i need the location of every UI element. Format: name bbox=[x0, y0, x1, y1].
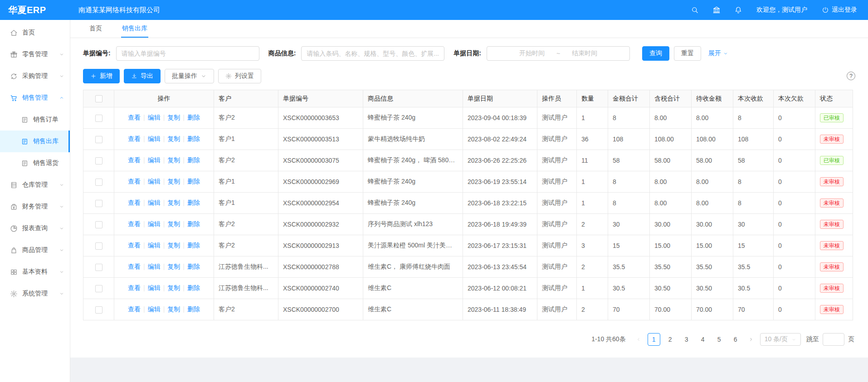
sidebar-item-system[interactable]: 系统管理 bbox=[0, 283, 70, 305]
op-delete-link[interactable]: 删除 bbox=[187, 156, 200, 164]
op-view-link[interactable]: 查看 bbox=[128, 305, 141, 313]
next-page-button[interactable] bbox=[746, 333, 756, 346]
sidebar-item-sales-return[interactable]: 销售退货 bbox=[0, 152, 70, 174]
export-button[interactable]: 导出 bbox=[124, 69, 161, 83]
op-copy-link[interactable]: 复制 bbox=[167, 114, 180, 121]
table-row: 查看|编辑|复制|删除客户2XSCK00000002932序列号商品测试 xlh… bbox=[83, 214, 853, 235]
op-view-link[interactable]: 查看 bbox=[128, 199, 141, 206]
row-checkbox[interactable] bbox=[95, 115, 102, 122]
logout-button[interactable]: 退出登录 bbox=[822, 6, 857, 14]
batch-actions-button[interactable]: 批量操作 bbox=[165, 69, 214, 83]
sidebar-item-warehouse[interactable]: 仓库管理 bbox=[0, 174, 70, 196]
op-copy-link[interactable]: 复制 bbox=[167, 220, 180, 227]
op-view-link[interactable]: 查看 bbox=[128, 220, 141, 227]
row-checkbox[interactable] bbox=[95, 136, 102, 143]
op-delete-link[interactable]: 删除 bbox=[187, 305, 200, 313]
page-button-5[interactable]: 5 bbox=[713, 333, 726, 346]
op-view-link[interactable]: 查看 bbox=[128, 242, 141, 249]
sidebar-item-purchase[interactable]: 采购管理 bbox=[0, 65, 70, 87]
op-delete-link[interactable]: 删除 bbox=[187, 114, 200, 121]
row-checkbox[interactable] bbox=[95, 285, 102, 292]
op-edit-link[interactable]: 编辑 bbox=[148, 263, 161, 270]
sidebar-item-home[interactable]: 首页 bbox=[0, 22, 70, 44]
op-copy-link[interactable]: 复制 bbox=[167, 156, 180, 164]
row-checkbox[interactable] bbox=[95, 242, 102, 250]
op-delete-link[interactable]: 删除 bbox=[187, 220, 200, 227]
bill-no-input[interactable] bbox=[116, 46, 259, 61]
op-edit-link[interactable]: 编辑 bbox=[148, 284, 161, 291]
op-edit-link[interactable]: 编辑 bbox=[148, 199, 161, 206]
page-button-2[interactable]: 2 bbox=[664, 333, 677, 346]
op-view-link[interactable]: 查看 bbox=[128, 178, 141, 185]
row-checkbox[interactable] bbox=[95, 306, 102, 314]
goods-info-input[interactable] bbox=[301, 46, 444, 61]
op-edit-link[interactable]: 编辑 bbox=[148, 135, 161, 142]
op-copy-link[interactable]: 复制 bbox=[167, 178, 180, 185]
sidebar-item-finance[interactable]: 财务管理 bbox=[0, 196, 70, 218]
cell-goods: 蜂蜜柚子茶 240g bbox=[363, 193, 463, 214]
row-checkbox[interactable] bbox=[95, 179, 102, 186]
expand-toggle[interactable]: 展开 bbox=[708, 49, 728, 58]
tab-home[interactable]: 首页 bbox=[88, 20, 103, 38]
page-button-6[interactable]: 6 bbox=[729, 333, 742, 346]
op-delete-link[interactable]: 删除 bbox=[187, 263, 200, 270]
op-delete-link[interactable]: 删除 bbox=[187, 178, 200, 185]
sidebar-item-basic-data[interactable]: 基本资料 bbox=[0, 261, 70, 283]
op-delete-link[interactable]: 删除 bbox=[187, 242, 200, 249]
tenant-icon[interactable] bbox=[712, 5, 721, 15]
op-edit-link[interactable]: 编辑 bbox=[148, 178, 161, 185]
sidebar-item-report[interactable]: 报表查询 bbox=[0, 218, 70, 239]
op-view-link[interactable]: 查看 bbox=[128, 114, 141, 121]
page-button-3[interactable]: 3 bbox=[680, 333, 693, 346]
op-edit-link[interactable]: 编辑 bbox=[148, 220, 161, 227]
reset-button[interactable]: 重置 bbox=[674, 46, 701, 61]
select-all-checkbox[interactable] bbox=[95, 95, 102, 102]
op-delete-link[interactable]: 删除 bbox=[187, 284, 200, 291]
op-delete-link[interactable]: 删除 bbox=[187, 199, 200, 206]
row-checkbox[interactable] bbox=[95, 264, 102, 271]
row-checkbox[interactable] bbox=[95, 221, 102, 228]
page-size-select[interactable]: 10 条/页 bbox=[760, 333, 801, 346]
op-view-link[interactable]: 查看 bbox=[128, 284, 141, 291]
tab-sales-outbound[interactable]: 销售出库 bbox=[121, 20, 148, 38]
date-range-input[interactable]: 开始时间 ~ 结束时间 bbox=[487, 46, 630, 61]
cell-amount: 70 bbox=[608, 299, 650, 320]
help-icon[interactable]: ? bbox=[847, 72, 855, 80]
column-settings-button[interactable]: 列设置 bbox=[218, 69, 261, 83]
op-copy-link[interactable]: 复制 bbox=[167, 263, 180, 270]
cell-debt: 0 bbox=[774, 278, 815, 299]
bell-icon[interactable] bbox=[734, 5, 743, 15]
prev-page-button[interactable] bbox=[633, 333, 644, 346]
op-view-link[interactable]: 查看 bbox=[128, 263, 141, 270]
op-copy-link[interactable]: 复制 bbox=[167, 305, 180, 313]
op-view-link[interactable]: 查看 bbox=[128, 135, 141, 142]
system-icon bbox=[10, 290, 18, 298]
cell-receivable: 8.00 bbox=[692, 171, 733, 193]
op-view-link[interactable]: 查看 bbox=[128, 156, 141, 164]
sidebar-item-sales-outbound[interactable]: 销售出库 bbox=[0, 131, 70, 152]
page-button-1[interactable]: 1 bbox=[648, 333, 660, 346]
search-button[interactable]: 查询 bbox=[642, 46, 669, 61]
add-button[interactable]: 新增 bbox=[83, 69, 120, 83]
op-copy-link[interactable]: 复制 bbox=[167, 199, 180, 206]
op-edit-link[interactable]: 编辑 bbox=[148, 305, 161, 313]
sidebar-item-goods[interactable]: 商品管理 bbox=[0, 239, 70, 261]
op-copy-link[interactable]: 复制 bbox=[167, 284, 180, 291]
search-icon[interactable] bbox=[690, 5, 699, 15]
op-copy-link[interactable]: 复制 bbox=[167, 135, 180, 142]
jump-page-input[interactable] bbox=[823, 333, 844, 346]
doc-icon bbox=[21, 138, 29, 145]
cell-bill_no: XSCK00000002913 bbox=[278, 235, 363, 256]
op-edit-link[interactable]: 编辑 bbox=[148, 242, 161, 249]
row-checkbox[interactable] bbox=[95, 157, 102, 164]
app-logo[interactable]: 华夏ERP bbox=[0, 4, 70, 16]
op-edit-link[interactable]: 编辑 bbox=[148, 114, 161, 121]
row-checkbox[interactable] bbox=[95, 200, 102, 207]
op-copy-link[interactable]: 复制 bbox=[167, 242, 180, 249]
op-delete-link[interactable]: 删除 bbox=[187, 135, 200, 142]
sidebar-item-sales-order[interactable]: 销售订单 bbox=[0, 109, 70, 131]
op-edit-link[interactable]: 编辑 bbox=[148, 156, 161, 164]
sidebar-item-retail[interactable]: 零售管理 bbox=[0, 44, 70, 65]
page-button-4[interactable]: 4 bbox=[697, 333, 709, 346]
sidebar-item-sales[interactable]: 销售管理 bbox=[0, 87, 70, 109]
